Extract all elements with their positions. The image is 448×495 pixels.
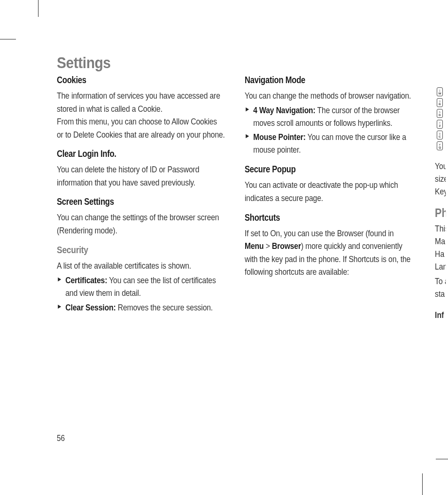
body-text: The information of services you have acc… [57, 89, 225, 115]
body-text: If set to On, you can use the Browser (f… [245, 227, 413, 278]
peek-text: Ma [435, 235, 446, 248]
bold-label: Certificates: [65, 275, 107, 285]
list-item: ►Mouse Pointer: You can move the cursor … [245, 131, 413, 156]
triangle-bullet-icon: ► [57, 302, 62, 311]
two-column-layout: Cookies The information of services you … [57, 75, 414, 316]
page-title: Settings [57, 54, 371, 72]
list-text: Removes the secure session. [116, 302, 213, 312]
peek-heading: Ph [435, 204, 446, 220]
bullet-list: ►4 Way Navigation: The cursor of the bro… [245, 104, 414, 157]
text-fragment: > [264, 241, 272, 251]
phone-key-icon: 3R [437, 98, 443, 107]
peek-text: This [435, 222, 446, 235]
list-item: ►Certificates: You can see the list of c… [57, 274, 225, 300]
text-fragment: If set to On, you can use the Browser (f… [245, 228, 394, 238]
body-text: You can activate or deactivate the pop-u… [245, 178, 413, 204]
crop-mark [422, 473, 423, 495]
bold-label: Menu [245, 241, 264, 251]
peek-text: Key [435, 185, 446, 198]
bold-label: 4 Way Navigation: [253, 105, 315, 115]
right-column: Navigation Mode You can change the metho… [245, 75, 414, 316]
heading-cookies: Cookies [57, 75, 197, 85]
page-content: Settings Cookies The information of serv… [57, 54, 414, 443]
bullet-list: ►Certificates: You can see the list of c… [57, 274, 226, 314]
peek-text: You [435, 160, 446, 172]
next-page-peek: You size Key Ph This Ma Ha Lan To a sta … [435, 160, 446, 321]
triangle-bullet-icon: ► [245, 131, 250, 141]
heading-security: Security [57, 244, 197, 255]
peek-text: Lan [435, 260, 446, 273]
bold-label: Browser [272, 241, 301, 251]
body-text: You can change the settings of the brows… [57, 211, 225, 237]
phone-key-icon: 5D [437, 109, 443, 118]
crop-mark [38, 0, 39, 17]
peek-text: sta [435, 287, 446, 300]
heading-screen-settings: Screen Settings [57, 196, 197, 207]
phone-key-icon: 7Z [437, 120, 443, 129]
phone-key-icon: 1W [437, 87, 443, 96]
peek-heading: Inf [435, 309, 446, 321]
phone-key-icon: #Q [437, 141, 443, 150]
list-item: ►4 Way Navigation: The cursor of the bro… [245, 104, 413, 130]
heading-secure-popup: Secure Popup [245, 164, 385, 175]
peek-text: Ha [435, 248, 446, 260]
heading-navigation-mode: Navigation Mode [245, 75, 385, 85]
heading-clear-login: Clear Login Info. [57, 148, 197, 159]
triangle-bullet-icon: ► [57, 275, 62, 284]
triangle-bullet-icon: ► [245, 105, 250, 114]
left-column: Cookies The information of services you … [57, 75, 226, 316]
body-text: You can delete the history of ID or Pass… [57, 163, 225, 189]
phone-key-icon: 9C [437, 131, 443, 139]
body-text: You can change the methods of browser na… [245, 89, 413, 102]
bold-label: Clear Session: [65, 302, 116, 312]
crop-mark [436, 459, 448, 459]
bold-label: Mouse Pointer: [253, 132, 306, 142]
body-text: A list of the available certificates is … [57, 259, 225, 272]
page-number: 56 [57, 433, 65, 443]
heading-shortcuts: Shortcuts [245, 212, 385, 223]
list-item: ►Clear Session: Removes the secure sessi… [57, 302, 225, 314]
peek-text: To a [435, 275, 446, 287]
body-text: From this menu, you can choose to Allow … [57, 115, 225, 141]
peek-text: size [435, 172, 446, 185]
crop-mark [0, 39, 16, 39]
key-icons-column: 1W 3R 5D 7Z 9C #Q [437, 87, 447, 150]
